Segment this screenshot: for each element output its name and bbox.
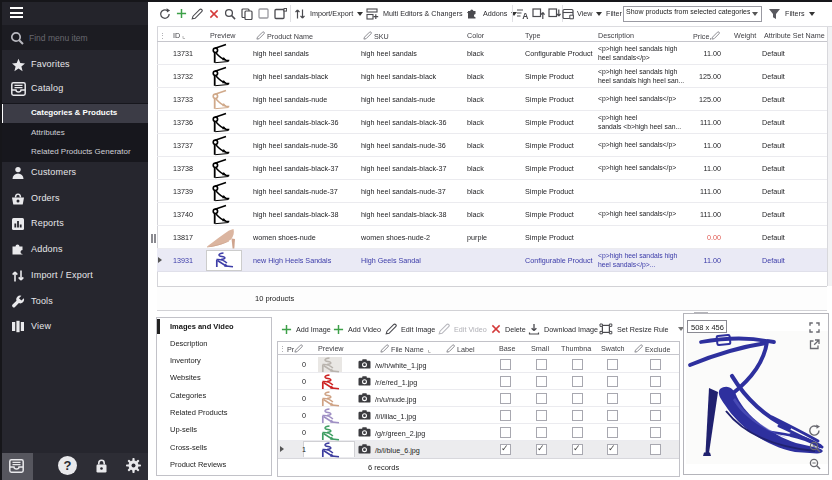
svg-text:A: A: [522, 11, 528, 20]
